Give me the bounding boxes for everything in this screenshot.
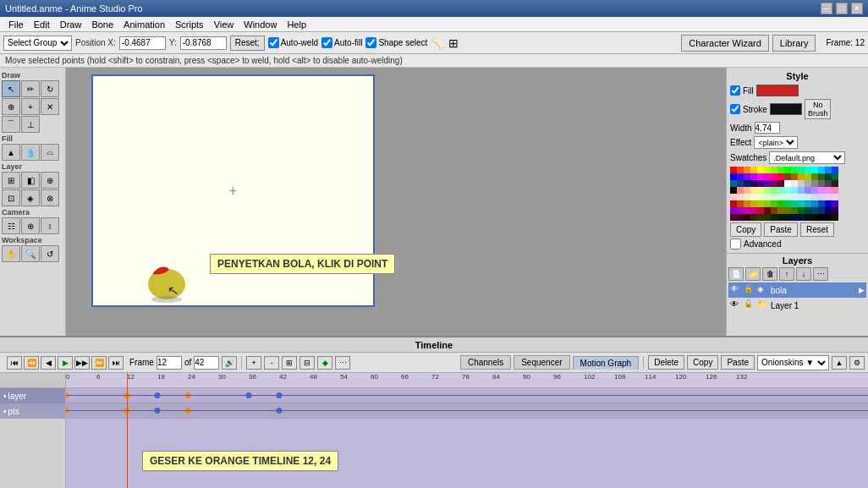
arc-tool[interactable]: ⌓ <box>41 144 59 161</box>
color-cell[interactable] <box>737 194 744 200</box>
color-cell[interactable] <box>832 173 838 180</box>
timeline-settings[interactable]: ⚙ <box>849 356 865 370</box>
timeline-keyframe[interactable]: ◆ <box>317 356 332 370</box>
color-cell[interactable] <box>777 187 784 194</box>
color-cell[interactable] <box>764 167 771 173</box>
color-cell[interactable] <box>818 207 825 214</box>
color-cell[interactable] <box>764 194 771 200</box>
color-cell[interactable] <box>818 173 825 180</box>
color-cell[interactable] <box>750 207 757 214</box>
play-end[interactable]: ⏭ <box>108 356 124 370</box>
color-cell[interactable] <box>771 173 777 180</box>
layer-row-bola[interactable]: 👁 🔓 ◈ bola ▶ <box>728 282 866 298</box>
color-cell[interactable] <box>805 187 811 194</box>
layers-down-button[interactable]: ↓ <box>796 267 811 281</box>
menu-window[interactable]: Window <box>239 19 282 30</box>
color-cell[interactable] <box>825 180 832 187</box>
layer-tool4[interactable]: ⊡ <box>2 189 20 206</box>
layers-up-button[interactable]: ↑ <box>779 267 794 281</box>
color-cell[interactable] <box>832 200 838 207</box>
select-tool[interactable]: ↖ <box>2 80 20 97</box>
color-cell[interactable] <box>777 214 784 221</box>
color-cell[interactable] <box>798 207 805 214</box>
color-cell[interactable] <box>791 194 798 200</box>
layer-tool2[interactable]: ◧ <box>21 172 40 189</box>
color-cell[interactable] <box>805 180 811 187</box>
color-cell[interactable] <box>832 214 838 221</box>
color-cell[interactable] <box>832 207 838 214</box>
grid-icon[interactable]: ⊞ <box>448 36 459 50</box>
color-cell[interactable] <box>832 187 838 194</box>
color-cell[interactable] <box>784 180 791 187</box>
color-cell[interactable] <box>737 180 744 187</box>
timeline-paste-button[interactable]: Paste <box>721 355 755 370</box>
camera-tool1[interactable]: ☷ <box>2 217 20 234</box>
layers-more-button[interactable]: ⋯ <box>813 267 828 281</box>
select-group-dropdown[interactable]: Select Group <box>3 36 72 51</box>
color-cell[interactable] <box>784 167 791 173</box>
color-cell[interactable] <box>771 200 777 207</box>
x-position-input[interactable] <box>119 36 166 50</box>
color-cell[interactable] <box>764 207 771 214</box>
play-next-key[interactable]: ⏩ <box>91 356 107 370</box>
timeline-expand[interactable]: ▲ <box>832 356 847 370</box>
color-cell[interactable] <box>784 207 791 214</box>
color-cell[interactable] <box>771 187 777 194</box>
color-cell[interactable] <box>811 194 818 200</box>
color-cell[interactable] <box>764 173 771 180</box>
color-cell[interactable] <box>771 194 777 200</box>
menu-view[interactable]: View <box>209 19 239 30</box>
color-cell[interactable] <box>805 194 811 200</box>
tab-motion-graph[interactable]: Motion Graph <box>573 356 640 370</box>
auto-fill-checkbox[interactable]: Auto-fill <box>321 37 362 48</box>
color-cell[interactable] <box>805 173 811 180</box>
layer-tool1[interactable]: ⊞ <box>2 172 20 189</box>
width-input[interactable] <box>755 122 780 134</box>
color-cell[interactable] <box>730 207 737 214</box>
color-cell[interactable] <box>811 173 818 180</box>
color-cell[interactable] <box>825 187 832 194</box>
effect-select[interactable]: <plain> <box>754 136 798 149</box>
color-cell[interactable] <box>744 200 750 207</box>
color-cell[interactable] <box>744 207 750 214</box>
color-cell[interactable] <box>811 187 818 194</box>
rotate-tool[interactable]: ↻ <box>41 80 59 97</box>
frame-number-input[interactable] <box>157 356 182 370</box>
layer-tool5[interactable]: ◈ <box>21 189 40 206</box>
timeline-options[interactable]: ⋯ <box>335 356 350 370</box>
color-cell[interactable] <box>757 173 764 180</box>
menu-edit[interactable]: Edit <box>29 19 55 30</box>
color-cell[interactable] <box>811 214 818 221</box>
layers-new-button[interactable]: 📄 <box>728 267 744 281</box>
color-cell[interactable] <box>730 167 737 173</box>
swatches-select[interactable]: .Default.png <box>769 151 845 164</box>
color-cell[interactable] <box>777 180 784 187</box>
color-cell[interactable] <box>818 180 825 187</box>
color-cell[interactable] <box>818 214 825 221</box>
color-cell[interactable] <box>825 207 832 214</box>
color-cell[interactable] <box>818 167 825 173</box>
color-cell[interactable] <box>771 180 777 187</box>
character-wizard-button[interactable]: Character Wizard <box>681 35 769 52</box>
color-cell[interactable] <box>811 167 818 173</box>
color-cell[interactable] <box>750 194 757 200</box>
color-cell[interactable] <box>744 167 750 173</box>
layer-row-layer1[interactable]: 👁 🔓 📁 Layer 1 <box>728 298 866 313</box>
color-cell[interactable] <box>791 214 798 221</box>
color-cell[interactable] <box>832 180 838 187</box>
color-cell[interactable] <box>805 167 811 173</box>
audio-button[interactable]: 🔊 <box>222 356 237 370</box>
color-cell[interactable] <box>771 214 777 221</box>
color-cell[interactable] <box>764 180 771 187</box>
draw-tool[interactable]: ✏ <box>21 80 40 97</box>
y-position-input[interactable] <box>180 36 227 50</box>
layer-tool3[interactable]: ⊕ <box>41 172 59 189</box>
color-cell[interactable] <box>737 187 744 194</box>
camera-tool3[interactable]: ↕ <box>41 217 59 234</box>
color-cell[interactable] <box>825 194 832 200</box>
color-cell[interactable] <box>757 194 764 200</box>
menu-help[interactable]: Help <box>282 19 311 30</box>
layer-lock-layer1[interactable]: 🔓 <box>744 299 755 311</box>
color-cell[interactable] <box>805 200 811 207</box>
no-brush-button[interactable]: NoBrush <box>805 99 832 119</box>
